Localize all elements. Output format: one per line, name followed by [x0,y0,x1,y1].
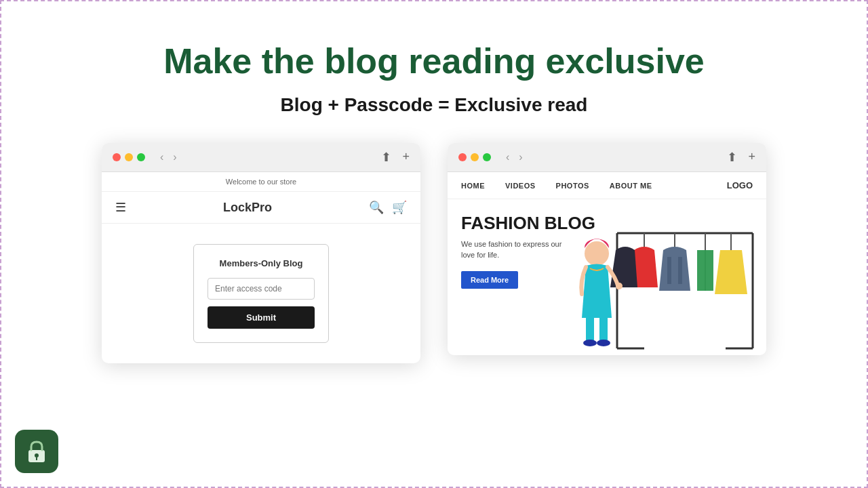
store-header: ☰ LockPro 🔍 🛒 [102,192,420,224]
right-browser-toolbar: ‹ › ⬆ + [448,143,766,172]
left-browser-nav: ‹ › [157,151,180,163]
fashion-illustration [576,199,766,355]
hamburger-icon[interactable]: ☰ [115,200,126,215]
dot-green-right [483,153,491,161]
left-browser-window: ‹ › ⬆ + Welcome to our store ☰ LockPro 🔍… [102,143,420,363]
share-icon-left[interactable]: ⬆ [381,150,391,165]
left-browser-dots [113,153,145,161]
dot-yellow-right [471,153,479,161]
store-logo: LockPro [223,201,272,215]
lock-icon [23,438,50,465]
left-browser-toolbar: ‹ › ⬆ + [102,143,420,172]
nav-item-photos[interactable]: PHOTOS [556,182,589,190]
dot-red-left [113,153,121,161]
right-browser-nav: ‹ › [503,151,526,163]
cart-icon-store[interactable]: 🛒 [392,200,407,215]
right-browser-actions: ⬆ + [727,150,755,165]
passcode-area: Members-Only Blog Submit [102,224,420,363]
fashion-svg [576,199,766,355]
passcode-card-title: Members-Only Blog [208,258,315,268]
svg-point-18 [597,340,610,346]
svg-rect-8 [678,257,682,284]
nav-item-home[interactable]: HOME [461,182,485,190]
main-content: Make the blog reading exclusive Blog + P… [1,1,867,363]
store-header-icons: 🔍 🛒 [369,200,407,215]
svg-point-14 [616,283,623,289]
dot-red-right [458,153,467,161]
left-browser-actions: ⬆ + [381,150,410,165]
right-browser-content: HOME VIDEOS PHOTOS ABOUT ME LOGO FASHION… [448,172,766,355]
right-browser-dots [458,153,491,161]
svg-point-13 [585,241,609,266]
svg-point-20 [35,453,39,458]
svg-rect-16 [599,316,608,343]
add-tab-icon-left[interactable]: + [402,150,410,165]
svg-rect-15 [586,316,594,343]
left-browser-content: Welcome to our store ☰ LockPro 🔍 🛒 Membe… [102,172,420,363]
dot-green-left [137,153,145,161]
browsers-row: ‹ › ⬆ + Welcome to our store ☰ LockPro 🔍… [102,143,766,363]
svg-rect-7 [667,257,671,284]
blog-hero: FASHION BLOG We use fashion to express o… [448,199,766,355]
back-button-right[interactable]: ‹ [503,151,512,163]
blog-nav: HOME VIDEOS PHOTOS ABOUT ME LOGO [448,172,766,199]
store-banner: Welcome to our store [102,172,420,192]
app-icon[interactable] [15,430,58,473]
submit-button[interactable]: Submit [208,306,315,329]
page-headline: Make the blog reading exclusive [163,42,705,81]
share-icon-right[interactable]: ⬆ [727,150,737,165]
search-icon-store[interactable]: 🔍 [369,200,384,215]
read-more-button[interactable]: Read More [461,271,518,289]
add-tab-icon-right[interactable]: + [748,150,755,165]
forward-button-right[interactable]: › [516,151,525,163]
right-browser-window: ‹ › ⬆ + HOME VIDEOS PHOTOS ABOUT ME LOGO… [448,143,766,355]
nav-item-about[interactable]: ABOUT ME [610,182,652,190]
svg-point-17 [583,340,597,346]
page-subheadline: Blog + Passcode = Exclusive read [281,94,588,116]
nav-item-videos[interactable]: VIDEOS [505,182,536,190]
access-code-input[interactable] [208,278,315,300]
passcode-card: Members-Only Blog Submit [193,244,329,343]
forward-button-left[interactable]: › [170,151,179,163]
dot-yellow-left [125,153,133,161]
back-button-left[interactable]: ‹ [157,151,166,163]
blog-description: We use fashion to express our love for l… [461,239,570,260]
blog-nav-logo: LOGO [727,180,753,190]
